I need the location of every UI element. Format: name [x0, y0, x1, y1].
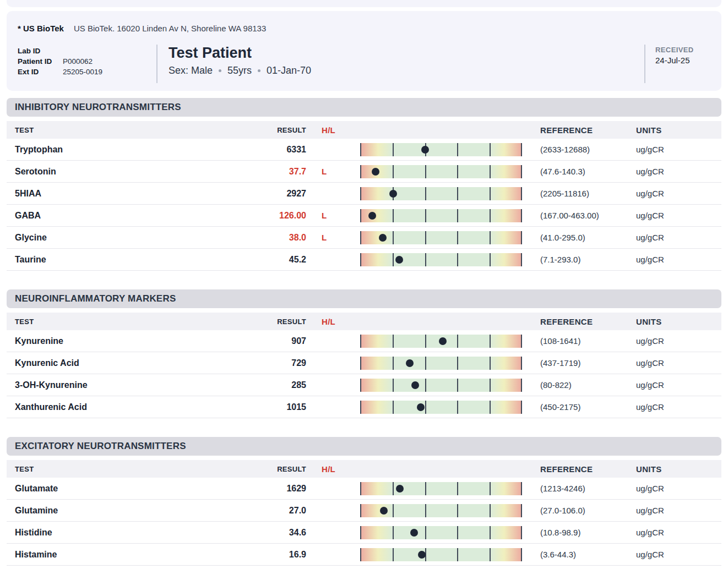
- section-title: INHIBITORY NEUROTRANSMITTERS: [15, 102, 181, 113]
- range-tick: [521, 335, 522, 348]
- patient-id-label: Patient ID: [18, 56, 63, 67]
- table-rows: Glutamate 1629 (1213-4246) ug/gCR Glutam…: [7, 478, 721, 566]
- units-value: ug/gCR: [636, 528, 721, 537]
- test-name: Xanthurenic Acid: [7, 402, 257, 412]
- section-header-bar: EXCITATORY NEUROTRANSMITTERS: [7, 437, 721, 456]
- range-tick: [490, 504, 491, 517]
- reference-range: (7.1-293.0): [540, 255, 636, 264]
- range-bar-cell: [360, 548, 540, 561]
- units-value: ug/gCR: [636, 167, 721, 176]
- result-value: 126.00: [257, 211, 306, 221]
- result-dot: [372, 168, 379, 176]
- range-tick: [490, 143, 491, 156]
- reference-range-bar: [360, 165, 522, 178]
- range-tick: [457, 357, 458, 370]
- range-tick: [490, 379, 491, 392]
- table-row: Kynurenic Acid 729 (437-1719) ug/gCR: [7, 352, 721, 374]
- result-dot: [417, 403, 425, 411]
- table-header-row: TEST RESULT H/L REFERENCE UNITS: [7, 121, 721, 139]
- lab-address: US BioTek. 16020 Linden Av N, Shoreline …: [74, 24, 266, 33]
- received-label: RECEIVED: [655, 46, 710, 54]
- range-tick: [425, 482, 426, 495]
- test-name: GABA: [7, 211, 257, 221]
- column-header-test: TEST: [7, 465, 257, 473]
- range-tick: [425, 187, 426, 200]
- units-value: ug/gCR: [636, 484, 721, 493]
- table-row: Histidine 34.6 (10.8-98.9) ug/gCR: [7, 522, 721, 544]
- range-tick: [457, 504, 458, 517]
- result-value: 37.7: [257, 167, 306, 177]
- ext-id-line: Ext ID 25205-0019: [18, 67, 156, 77]
- test-name: Glutamine: [7, 506, 257, 516]
- column-header-units: UNITS: [636, 464, 721, 474]
- range-tick: [490, 253, 491, 266]
- range-tick: [360, 482, 361, 495]
- previous-card-edge: [7, 0, 721, 7]
- section-header-bar: INHIBITORY NEUROTRANSMITTERS: [7, 98, 721, 117]
- report-section: NEUROINFLAMMATORY MARKERS TEST RESULT H/…: [0, 289, 728, 418]
- range-tick: [457, 187, 458, 200]
- units-value: ug/gCR: [636, 336, 721, 346]
- results-table: TEST RESULT H/L REFERENCE UNITS Kynureni…: [7, 313, 721, 418]
- range-tick: [521, 187, 522, 200]
- range-tick: [457, 231, 458, 244]
- range-tick: [457, 379, 458, 392]
- range-tick: [457, 209, 458, 222]
- test-name: Tryptophan: [7, 145, 257, 155]
- range-bar-cell: [360, 526, 540, 539]
- range-bar-cell: [360, 231, 540, 244]
- range-bar-cell: [360, 253, 540, 266]
- reference-range: (437-1719): [540, 358, 636, 368]
- result-value: 1629: [257, 484, 306, 494]
- units-value: ug/gCR: [636, 380, 721, 390]
- range-tick: [360, 548, 361, 561]
- range-tick: [393, 357, 394, 370]
- column-header-result: RESULT: [257, 465, 306, 473]
- range-tick: [393, 379, 394, 392]
- range-tick: [490, 165, 491, 178]
- range-tick: [521, 357, 522, 370]
- reference-range: (80-822): [540, 380, 636, 390]
- column-header-reference: REFERENCE: [540, 464, 636, 474]
- reference-range: (2633-12688): [540, 145, 636, 154]
- range-tick: [393, 504, 394, 517]
- patient-sex: Sex: Male: [169, 65, 213, 76]
- range-tick: [490, 526, 491, 539]
- reference-range: (167.00-463.00): [540, 211, 636, 220]
- range-tick: [393, 335, 394, 348]
- units-value: ug/gCR: [636, 233, 721, 242]
- range-tick: [393, 209, 394, 222]
- range-bar-cell: [360, 379, 540, 392]
- range-tick: [393, 526, 394, 539]
- patient-demographics: Sex: Male 55yrs 01-Jan-70: [169, 65, 311, 76]
- reference-range: (47.6-140.3): [540, 167, 636, 176]
- range-tick: [457, 335, 458, 348]
- table-row: Glutamine 27.0 (27.0-106.0) ug/gCR: [7, 500, 721, 522]
- range-bar-cell: [360, 187, 540, 200]
- range-tick: [490, 231, 491, 244]
- range-tick: [490, 335, 491, 348]
- reference-range: (10.8-98.9): [540, 528, 636, 537]
- range-tick: [521, 209, 522, 222]
- table-row: Serotonin 37.7 L (47.6-140.3) ug/gCR: [7, 161, 721, 183]
- range-tick: [457, 482, 458, 495]
- column-header-hl: H/L: [306, 125, 360, 135]
- units-value: ug/gCR: [636, 255, 721, 264]
- received-block: RECEIVED 24-Jul-25: [655, 45, 710, 65]
- reference-range-bar: [360, 253, 522, 266]
- section-title: EXCITATORY NEUROTRANSMITTERS: [15, 441, 186, 452]
- report-sections: INHIBITORY NEUROTRANSMITTERS TEST RESULT…: [0, 98, 728, 569]
- range-tick: [393, 482, 394, 495]
- column-header-hl: H/L: [306, 464, 360, 474]
- range-tick: [393, 231, 394, 244]
- result-dot: [389, 190, 397, 198]
- reference-range: (2205-11816): [540, 189, 636, 198]
- reference-range-bar: [360, 231, 522, 244]
- test-name: Taurine: [7, 255, 257, 265]
- range-tick: [490, 209, 491, 222]
- result-dot: [439, 337, 447, 345]
- result-value: 45.2: [257, 255, 306, 265]
- reference-range-bar: [360, 187, 522, 200]
- range-tick: [425, 526, 426, 539]
- table-row: Tryptophan 6331 (2633-12688) ug/gCR: [7, 139, 721, 161]
